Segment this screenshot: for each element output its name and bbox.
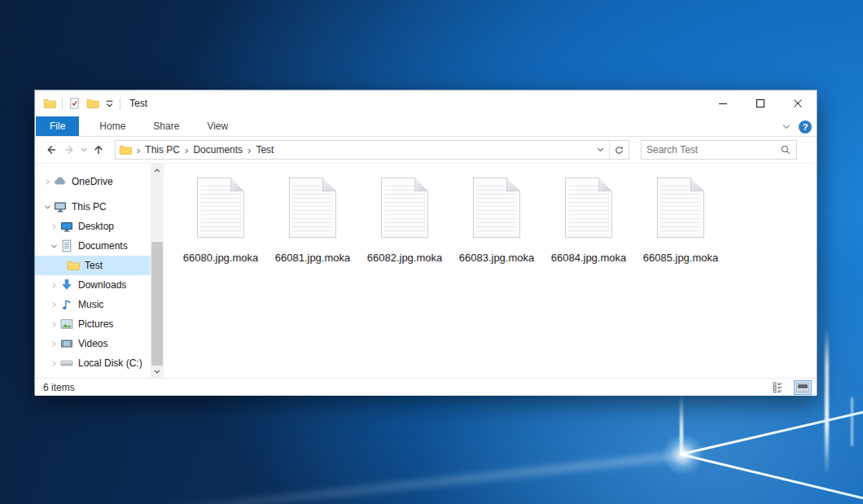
breadcrumb-separator: › xyxy=(243,144,256,156)
large-icons-view-button[interactable] xyxy=(794,380,812,395)
tab-home[interactable]: Home xyxy=(89,116,136,136)
sidebar-item-downloads[interactable]: Downloads xyxy=(35,275,151,295)
expander-collapsed-icon[interactable] xyxy=(48,340,59,348)
sidebar-item-test[interactable]: Test xyxy=(35,256,151,275)
videos-icon xyxy=(59,337,74,350)
details-view-button[interactable] xyxy=(771,380,789,395)
tab-view[interactable]: View xyxy=(196,116,239,136)
sidebar-item-label: Documents xyxy=(78,240,128,252)
file-item[interactable]: 66082.jpg.moka xyxy=(362,177,447,264)
address-bar[interactable]: › This PC › Documents › Test xyxy=(115,140,629,160)
expander-expanded-icon[interactable] xyxy=(42,204,53,210)
this-pc-icon xyxy=(53,200,68,213)
documents-icon xyxy=(59,239,74,252)
toolbar-separator xyxy=(62,98,63,110)
file-item[interactable]: 66083.jpg.moka xyxy=(454,177,539,264)
file-icon xyxy=(473,177,520,238)
sidebar-item-videos[interactable]: Videos xyxy=(35,334,151,353)
file-icon xyxy=(197,177,244,238)
sidebar-item-onedrive[interactable]: OneDrive xyxy=(35,172,151,191)
file-icon xyxy=(289,177,336,238)
file-name: 66083.jpg.moka xyxy=(459,252,535,264)
expander-collapsed-icon[interactable] xyxy=(48,301,59,309)
file-item[interactable]: 66084.jpg.moka xyxy=(546,177,631,264)
file-icon xyxy=(565,177,612,238)
expander-expanded-icon[interactable] xyxy=(48,243,59,249)
sidebar-item-label: Local Disk (C:) xyxy=(78,357,142,369)
expander-collapsed-icon[interactable] xyxy=(48,223,59,230)
expander-collapsed-icon[interactable] xyxy=(48,360,59,367)
file-icon xyxy=(381,177,428,238)
forward-button[interactable] xyxy=(63,143,76,156)
title-bar: Test xyxy=(35,90,817,116)
ribbon-tab-bar: File Home Share View ? xyxy=(35,116,817,137)
properties-button[interactable] xyxy=(68,97,81,110)
sidebar-item-label: Music xyxy=(78,299,103,310)
sidebar-item-label: OneDrive xyxy=(72,176,113,187)
sidebar-item-label: This PC xyxy=(72,201,107,213)
view-toggle-buttons xyxy=(771,380,812,395)
file-name: 66081.jpg.moka xyxy=(275,252,351,264)
help-button[interactable]: ? xyxy=(799,121,812,134)
customize-quick-access-button[interactable] xyxy=(105,99,114,108)
close-button[interactable] xyxy=(779,90,817,116)
file-item[interactable]: 66085.jpg.moka xyxy=(638,177,723,264)
quick-access-toolbar: Test xyxy=(35,97,147,110)
folder-icon xyxy=(66,259,81,272)
desktop-icon xyxy=(59,220,74,233)
expander-collapsed-icon[interactable] xyxy=(48,321,59,328)
expander-collapsed-icon[interactable] xyxy=(48,282,59,289)
wallpaper-light-beam xyxy=(682,410,863,455)
minimize-button[interactable] xyxy=(704,90,742,116)
new-folder-button[interactable] xyxy=(86,97,99,110)
address-bar-row: › This PC › Documents › Test xyxy=(35,137,817,164)
expand-ribbon-chevron-icon[interactable] xyxy=(782,124,791,129)
wallpaper-light-beam xyxy=(825,330,829,475)
sidebar-item-label: Desktop xyxy=(78,221,114,232)
breadcrumb-separator: › xyxy=(180,144,193,156)
desktop-wallpaper: Test File Home Share View xyxy=(0,0,863,504)
breadcrumb-separator: › xyxy=(132,144,145,156)
items-count: 6 items xyxy=(43,382,75,393)
tab-share[interactable]: Share xyxy=(142,116,190,136)
sidebar-item-label: Downloads xyxy=(78,279,126,291)
breadcrumb-test[interactable]: Test xyxy=(256,144,274,156)
scrollbar-thumb[interactable] xyxy=(151,242,163,366)
file-list-area[interactable]: 66080.jpg.moka 66081.jpg.moka 66082.jpg.… xyxy=(164,164,817,378)
breadcrumb-documents[interactable]: Documents xyxy=(193,144,243,156)
address-bar-controls xyxy=(591,141,629,159)
file-item[interactable]: 66081.jpg.moka xyxy=(270,177,355,264)
wallpaper-light-glow xyxy=(662,433,704,476)
maximize-button[interactable] xyxy=(742,90,779,116)
sidebar-scrollbar[interactable] xyxy=(151,164,164,378)
scroll-down-icon[interactable] xyxy=(151,365,164,378)
address-dropdown-chevron-icon[interactable] xyxy=(591,141,609,159)
recent-locations-chevron-icon[interactable] xyxy=(81,147,87,152)
search-box xyxy=(641,140,797,160)
wallpaper-light-beam xyxy=(682,454,863,500)
file-icon xyxy=(657,177,704,238)
local-disk-icon xyxy=(59,357,74,370)
sidebar-item-this-pc[interactable]: This PC xyxy=(35,197,151,217)
file-item[interactable]: 66080.jpg.moka xyxy=(178,177,263,264)
downloads-icon xyxy=(59,278,74,291)
sidebar-item-pictures[interactable]: Pictures xyxy=(35,314,151,334)
back-button[interactable] xyxy=(45,143,58,156)
sidebar-item-label: Test xyxy=(85,260,103,271)
sidebar-item-desktop[interactable]: Desktop xyxy=(35,217,151,236)
scroll-up-icon[interactable] xyxy=(151,164,164,177)
file-name: 66084.jpg.moka xyxy=(551,252,627,264)
expander-collapsed-icon[interactable] xyxy=(42,178,53,186)
tab-file[interactable]: File xyxy=(36,116,79,136)
status-bar: 6 items xyxy=(35,378,817,396)
caption-buttons xyxy=(704,90,817,116)
search-input[interactable] xyxy=(646,144,780,156)
sidebar-item-music[interactable]: Music xyxy=(35,295,151,314)
breadcrumb-this-pc[interactable]: This PC xyxy=(145,144,180,156)
search-icon[interactable] xyxy=(780,144,791,156)
sidebar-item-documents[interactable]: Documents xyxy=(35,236,151,256)
sidebar-item-local-disk-c[interactable]: Local Disk (C:) xyxy=(35,353,151,373)
refresh-button[interactable] xyxy=(609,141,629,159)
up-button[interactable] xyxy=(92,143,105,156)
file-name: 66080.jpg.moka xyxy=(183,252,259,264)
